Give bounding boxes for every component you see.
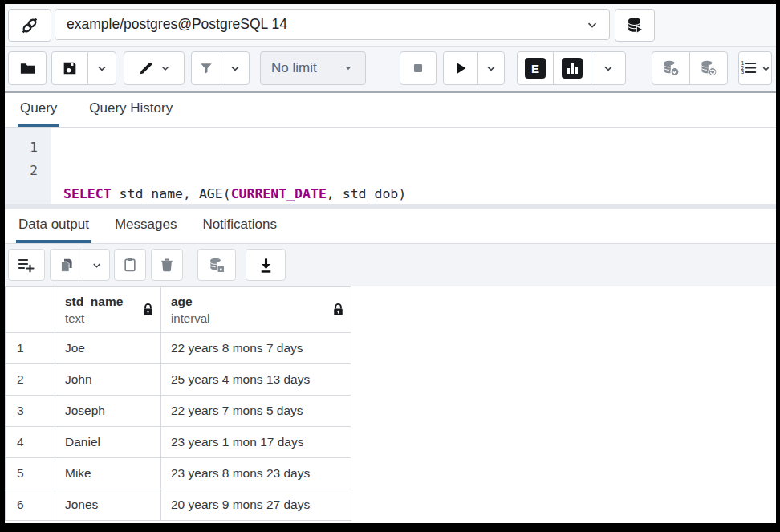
explain-icon: E xyxy=(525,58,546,79)
tab-data-output-label: Data output xyxy=(18,217,89,233)
new-connection-button[interactable] xyxy=(615,9,655,42)
execute-options-chevron[interactable] xyxy=(477,51,505,85)
open-file-button[interactable] xyxy=(8,51,47,85)
rollback-button xyxy=(689,51,728,85)
chevron-down-icon xyxy=(91,259,103,271)
tab-query[interactable]: Query xyxy=(18,93,59,127)
select-all-corner[interactable] xyxy=(6,287,55,333)
chevron-down-icon xyxy=(95,62,108,75)
lock-icon xyxy=(332,303,344,317)
row-number-cell[interactable]: 6 xyxy=(6,489,55,521)
database-undo-icon xyxy=(699,59,718,78)
caret-down-icon xyxy=(342,62,355,75)
query-toolbar: No limit xyxy=(5,47,776,93)
chevron-down-icon xyxy=(585,18,599,32)
tab-messages-label: Messages xyxy=(115,217,177,233)
chevron-down-icon xyxy=(602,62,615,75)
age-cell[interactable]: 20 years 9 mons 27 days xyxy=(161,489,351,521)
explain-button[interactable]: E xyxy=(517,51,554,85)
tab-messages[interactable]: Messages xyxy=(112,209,179,243)
column-header-age[interactable]: age interval xyxy=(161,287,351,333)
connection-bar: example/postgres@PostgreSQL 14 xyxy=(5,4,776,47)
table-row: 4 Daniel 23 years 1 mon 17 days xyxy=(6,427,351,458)
line-number: 1 xyxy=(5,136,38,159)
tab-notifications-label: Notifications xyxy=(202,217,277,233)
std-name-cell[interactable]: Jones xyxy=(55,489,161,521)
row-number-cell[interactable]: 5 xyxy=(6,458,55,489)
stop-icon xyxy=(409,59,427,77)
row-number-cell[interactable]: 3 xyxy=(6,396,55,427)
header-row: std_name text age xyxy=(6,287,351,333)
copy-button[interactable] xyxy=(50,249,83,281)
connection-icon xyxy=(19,15,40,36)
table-row: 5 Mike 23 years 8 mons 23 days xyxy=(6,458,351,489)
tab-query-history-label: Query History xyxy=(89,100,173,116)
line-number: 2 xyxy=(5,159,38,182)
connection-dropdown[interactable]: example/postgres@PostgreSQL 14 xyxy=(55,9,610,40)
column-name: std_name xyxy=(65,294,140,309)
add-row-button[interactable] xyxy=(8,249,45,281)
sql-editor[interactable]: 1 2 SELECT std_name, AGE(CURRENT_DATE, s… xyxy=(5,128,776,204)
add-row-icon xyxy=(17,255,36,274)
table-row: 3 Joseph 22 years 7 mons 5 days xyxy=(6,396,351,427)
row-limit-dropdown[interactable]: No limit xyxy=(260,51,366,85)
std-name-cell[interactable]: Joseph xyxy=(55,396,161,427)
table-row: 1 Joe 22 years 8 mons 7 days xyxy=(6,333,351,364)
std-name-cell[interactable]: Daniel xyxy=(55,427,161,458)
chevron-down-icon xyxy=(229,62,242,75)
connection-status-button[interactable] xyxy=(8,9,51,42)
column-type: interval xyxy=(171,311,330,325)
explain-options-chevron[interactable] xyxy=(591,51,626,85)
tab-notifications[interactable]: Notifications xyxy=(200,209,279,243)
editor-code[interactable]: SELECT std_name, AGE(CURRENT_DATE, std_d… xyxy=(51,128,406,204)
connection-dropdown-value: example/postgres@PostgreSQL 14 xyxy=(67,16,287,33)
bar-chart-icon xyxy=(562,58,583,79)
table-row: 2 John 25 years 4 mons 13 days xyxy=(6,364,351,396)
trash-icon xyxy=(159,257,175,273)
age-cell[interactable]: 22 years 8 mons 7 days xyxy=(161,333,351,364)
code-line: SELECT std_name, AGE(CURRENT_DATE, std_d… xyxy=(63,182,406,205)
floppy-disk-icon xyxy=(61,59,79,77)
row-number-cell[interactable]: 4 xyxy=(6,427,55,458)
age-cell[interactable]: 25 years 4 mons 13 days xyxy=(161,364,351,396)
svg-text:3: 3 xyxy=(741,69,744,75)
lock-icon xyxy=(142,303,154,317)
age-cell[interactable]: 23 years 8 mons 23 days xyxy=(161,458,351,489)
filter-icon xyxy=(198,60,214,76)
age-cell[interactable]: 22 years 7 mons 5 days xyxy=(161,396,351,427)
numbered-list-icon: 123 xyxy=(740,59,758,77)
execute-button[interactable] xyxy=(443,51,478,85)
save-button[interactable] xyxy=(51,51,88,85)
edit-button[interactable] xyxy=(124,51,185,85)
copy-options-chevron[interactable] xyxy=(83,249,110,281)
download-button[interactable] xyxy=(246,249,286,281)
std-name-cell[interactable]: Mike xyxy=(55,458,161,489)
stop-button xyxy=(400,51,437,85)
delete-row-button xyxy=(151,249,183,281)
data-output-grid: std_name text age xyxy=(5,286,776,523)
chevron-down-icon xyxy=(761,63,771,74)
play-icon xyxy=(452,59,469,77)
tab-data-output[interactable]: Data output xyxy=(16,209,91,243)
tab-query-history[interactable]: Query History xyxy=(87,93,175,127)
chevron-down-icon xyxy=(160,63,171,74)
tab-query-label: Query xyxy=(20,100,57,116)
copy-icon xyxy=(59,257,75,274)
column-header-std-name[interactable]: std_name text xyxy=(55,287,161,333)
macros-button[interactable]: 123 xyxy=(738,51,772,85)
row-number-cell[interactable]: 2 xyxy=(6,364,55,396)
chevron-down-icon xyxy=(485,62,498,75)
std-name-cell[interactable]: John xyxy=(55,364,161,396)
std-name-cell[interactable]: Joe xyxy=(55,333,161,364)
filter-button[interactable] xyxy=(191,51,221,85)
filter-options-chevron[interactable] xyxy=(221,51,250,85)
folder-icon xyxy=(18,59,37,78)
row-limit-value: No limit xyxy=(271,60,317,76)
age-cell[interactable]: 23 years 1 mon 17 days xyxy=(161,427,351,458)
explain-analyze-button[interactable] xyxy=(553,51,591,85)
row-number-cell[interactable]: 1 xyxy=(6,333,55,364)
save-data-changes-button xyxy=(197,249,236,281)
database-check-icon xyxy=(661,59,680,78)
download-icon xyxy=(257,256,275,274)
save-options-chevron[interactable] xyxy=(87,51,116,85)
